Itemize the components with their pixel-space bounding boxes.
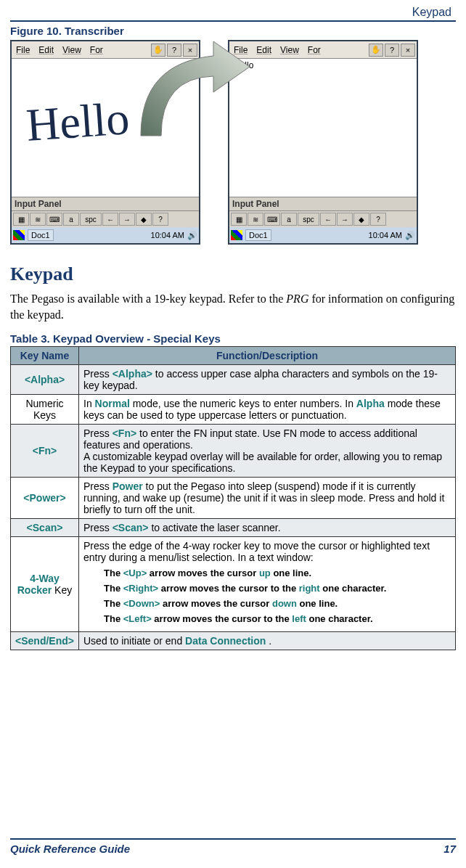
key-ref: Normal: [95, 398, 130, 409]
txt: The: [104, 613, 123, 624]
txt: The: [104, 583, 123, 594]
menu-file[interactable]: File: [229, 45, 252, 55]
tray-icon[interactable]: 🔊: [405, 231, 415, 240]
table-row: <Alpha> Press <Alpha> to access upper ca…: [11, 365, 456, 395]
footer-row: Quick Reference Guide 17: [10, 843, 456, 855]
canvas-left[interactable]: Hello: [12, 59, 199, 197]
help-icon[interactable]: ?: [385, 44, 399, 57]
tool-question-icon[interactable]: ?: [370, 213, 386, 226]
list-item: The <Down> arrow moves the cursor down o…: [104, 598, 451, 609]
list-item: The <Left> arrow moves the cursor to the…: [104, 613, 451, 624]
tool-right-icon[interactable]: →: [337, 213, 353, 226]
tool-left-icon[interactable]: ←: [320, 213, 336, 226]
txt: Press: [83, 480, 113, 492]
tool-a-icon[interactable]: a: [281, 213, 297, 226]
key-ref: Data Connection: [185, 635, 266, 647]
help-icon[interactable]: ?: [167, 44, 181, 57]
keyname-numeric: Numeric Keys: [11, 395, 79, 425]
menu-view[interactable]: View: [58, 45, 86, 55]
tray-icon[interactable]: 🔊: [187, 231, 197, 240]
desc-rocker: Press the edge of the 4-way rocker key t…: [79, 537, 456, 632]
desc-scan: Press <Scan> to activate the laser scann…: [79, 519, 456, 537]
table-row: <Power> Press Power to put the Pegaso in…: [11, 478, 456, 519]
tool-a-icon[interactable]: a: [63, 213, 79, 226]
txt: mode, use the numeric keys to enter numb…: [130, 398, 356, 409]
hand-icon[interactable]: ✋: [369, 44, 383, 57]
tool-question-icon[interactable]: ?: [152, 213, 168, 226]
tool-right-icon[interactable]: →: [119, 213, 135, 226]
txt: one character.: [320, 583, 387, 594]
footer-page: 17: [443, 843, 456, 855]
dir: right: [299, 583, 320, 594]
keyname-fn: <Fn>: [11, 425, 79, 478]
menu-for[interactable]: For: [86, 45, 107, 55]
canvas-right[interactable]: Hello: [229, 59, 417, 197]
txt: to activate the laser scanner.: [149, 522, 281, 533]
keyname-power: <Power>: [11, 478, 79, 519]
desc-numeric: In Normal mode, use the numeric keys to …: [79, 395, 456, 425]
table-row: <Fn> Press <Fn> to enter the FN input st…: [11, 425, 456, 478]
keypad-table: Key Name Function/Description <Alpha> Pr…: [10, 346, 456, 650]
hand-icon[interactable]: ✋: [151, 44, 165, 57]
taskbar-doc[interactable]: Doc1: [245, 229, 271, 241]
tool-left-icon[interactable]: ←: [102, 213, 118, 226]
th-keyname: Key Name: [11, 347, 79, 365]
menu-file[interactable]: File: [12, 45, 34, 55]
keyname-rocker: 4-Way Rocker Key: [11, 537, 79, 632]
transcriber-window-left: File Edit View For ✋ ? × Hello Input Pan…: [10, 40, 200, 245]
footer-guide: Quick Reference Guide: [10, 843, 130, 855]
tool-bullet-icon[interactable]: ◆: [353, 213, 369, 226]
txt: Press: [83, 522, 113, 533]
menu-for[interactable]: For: [303, 45, 325, 55]
menubar: File Edit View For ✋ ? ×: [12, 41, 199, 59]
txt: Press: [83, 368, 113, 380]
input-panel-label: Input Panel: [12, 197, 199, 211]
start-flag-icon[interactable]: [231, 230, 242, 240]
desc-sendend: Used to initiate or end Data Connection …: [79, 632, 456, 650]
taskbar-time: 10:04 AM: [369, 231, 402, 239]
menu-edit[interactable]: Edit: [252, 45, 276, 55]
tool-keyboard-icon[interactable]: ▦: [231, 213, 247, 226]
txt: one character.: [306, 613, 373, 624]
dir: up: [259, 568, 271, 578]
txt: one line.: [271, 568, 311, 578]
tool-keys-icon[interactable]: ⌨: [46, 213, 62, 226]
page-footer: Quick Reference Guide 17: [10, 838, 456, 855]
tool-wave-icon[interactable]: ≋: [30, 213, 46, 226]
table-row: <Send/End> Used to initiate or end Data …: [11, 632, 456, 650]
tool-bullet-icon[interactable]: ◆: [136, 213, 152, 226]
tool-keyboard-icon[interactable]: ▦: [13, 213, 29, 226]
menu-edit[interactable]: Edit: [34, 45, 58, 55]
taskbar-doc[interactable]: Doc1: [28, 229, 54, 241]
keyname-scan: <Scan>: [11, 519, 79, 537]
footer-rule: [10, 838, 456, 840]
figure-caption: Figure 10. Transcriber: [10, 25, 456, 37]
rocker-list: The <Up> arrow moves the cursor up one l…: [83, 568, 451, 624]
menu-view[interactable]: View: [276, 45, 303, 55]
key-ref: <Scan>: [113, 522, 149, 533]
tool-wave-icon[interactable]: ≋: [248, 213, 263, 226]
tool-keys-icon[interactable]: ⌨: [264, 213, 280, 226]
close-icon[interactable]: ×: [183, 44, 197, 57]
key-ref: <Right>: [123, 583, 158, 594]
page-header-section: Keypad: [10, 6, 456, 20]
menubar: File Edit View For ✋ ? ×: [229, 41, 417, 59]
start-flag-icon[interactable]: [13, 230, 25, 240]
key-ref: <Up>: [123, 568, 147, 578]
handwritten-hello: Hello: [25, 91, 131, 152]
tool-spc[interactable]: spc: [80, 213, 102, 226]
txt: Press: [83, 427, 113, 439]
table-caption: Table 3. Keypad Overview - Special Keys: [10, 332, 456, 345]
dir: left: [292, 613, 306, 624]
txt: Used to initiate or end: [83, 635, 185, 647]
desc-alpha: Press <Alpha> to access upper case alpha…: [79, 365, 456, 395]
menu-icons: ✋ ? ×: [369, 44, 417, 57]
close-icon[interactable]: ×: [401, 44, 415, 57]
input-panel-label: Input Panel: [229, 197, 417, 211]
taskbar: Doc1 10:04 AM 🔊: [229, 227, 417, 243]
key-ref: <Alpha>: [113, 368, 152, 380]
table-header-row: Key Name Function/Description: [11, 347, 456, 365]
txt: arrow moves the cursor to the: [152, 613, 293, 624]
txt: arrow moves the cursor: [147, 568, 259, 578]
tool-spc[interactable]: spc: [298, 213, 319, 226]
